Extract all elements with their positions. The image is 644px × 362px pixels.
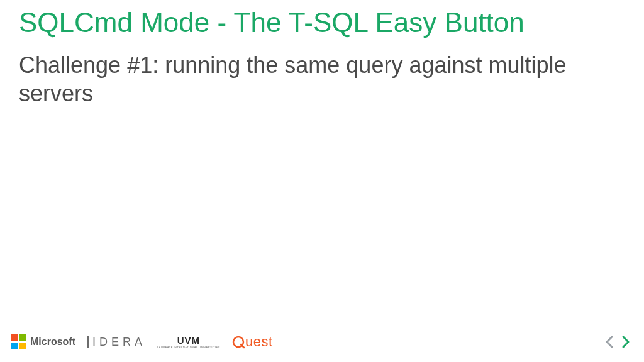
quest-logo: uest <box>231 334 273 350</box>
next-slide-button[interactable] <box>619 335 633 349</box>
uvm-text: UVM <box>177 336 200 345</box>
sponsor-logos: Microsoft IDERA UVM LAUREATE INTERNATION… <box>11 334 273 350</box>
slide-container: SQLCmd Mode - The T-SQL Easy Button Chal… <box>0 0 644 362</box>
quest-text: uest <box>245 334 273 350</box>
uvm-subtext: LAUREATE INTERNATIONAL UNIVERSITIES <box>157 346 220 349</box>
microsoft-logo: Microsoft <box>11 334 75 349</box>
idera-text: IDERA <box>92 336 146 349</box>
svg-line-1 <box>241 344 244 348</box>
slide-title: SQLCmd Mode - The T-SQL Easy Button <box>19 6 625 40</box>
chevron-right-icon <box>621 335 631 349</box>
nav-arrows <box>602 335 633 349</box>
prev-slide-button[interactable] <box>602 335 616 349</box>
uvm-logo: UVM LAUREATE INTERNATIONAL UNIVERSITIES <box>157 336 220 349</box>
idera-bar-icon <box>87 336 89 348</box>
quest-q-icon <box>231 335 245 349</box>
slide-footer: Microsoft IDERA UVM LAUREATE INTERNATION… <box>11 329 633 354</box>
idera-logo: IDERA <box>87 336 146 349</box>
microsoft-squares-icon <box>11 334 26 349</box>
slide-subtitle: Challenge #1: running the same query aga… <box>19 51 585 107</box>
chevron-left-icon <box>604 335 614 349</box>
microsoft-text: Microsoft <box>30 336 75 348</box>
